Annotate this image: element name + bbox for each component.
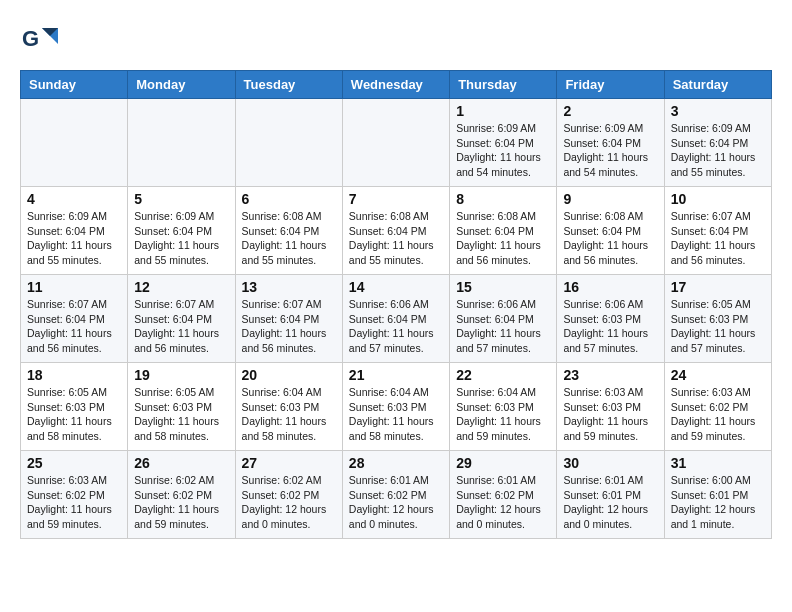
calendar-cell: 27Sunrise: 6:02 AMSunset: 6:02 PMDayligh… — [235, 451, 342, 539]
calendar-cell: 11Sunrise: 6:07 AMSunset: 6:04 PMDayligh… — [21, 275, 128, 363]
day-number: 25 — [27, 455, 121, 471]
logo: G — [20, 20, 64, 60]
day-number: 8 — [456, 191, 550, 207]
day-number: 1 — [456, 103, 550, 119]
cell-info: Sunrise: 6:06 AMSunset: 6:04 PMDaylight:… — [349, 297, 443, 356]
day-number: 18 — [27, 367, 121, 383]
cell-info: Sunrise: 6:06 AMSunset: 6:04 PMDaylight:… — [456, 297, 550, 356]
day-number: 15 — [456, 279, 550, 295]
cell-info: Sunrise: 6:08 AMSunset: 6:04 PMDaylight:… — [242, 209, 336, 268]
cell-info: Sunrise: 6:07 AMSunset: 6:04 PMDaylight:… — [242, 297, 336, 356]
weekday-header: Tuesday — [235, 71, 342, 99]
calendar-cell: 20Sunrise: 6:04 AMSunset: 6:03 PMDayligh… — [235, 363, 342, 451]
calendar-cell: 6Sunrise: 6:08 AMSunset: 6:04 PMDaylight… — [235, 187, 342, 275]
day-number: 11 — [27, 279, 121, 295]
calendar-cell: 29Sunrise: 6:01 AMSunset: 6:02 PMDayligh… — [450, 451, 557, 539]
weekday-header: Wednesday — [342, 71, 449, 99]
calendar-cell: 3Sunrise: 6:09 AMSunset: 6:04 PMDaylight… — [664, 99, 771, 187]
day-number: 29 — [456, 455, 550, 471]
calendar-cell: 18Sunrise: 6:05 AMSunset: 6:03 PMDayligh… — [21, 363, 128, 451]
weekday-header: Monday — [128, 71, 235, 99]
calendar-cell: 5Sunrise: 6:09 AMSunset: 6:04 PMDaylight… — [128, 187, 235, 275]
calendar-cell — [342, 99, 449, 187]
cell-info: Sunrise: 6:02 AMSunset: 6:02 PMDaylight:… — [134, 473, 228, 532]
calendar-cell: 1Sunrise: 6:09 AMSunset: 6:04 PMDaylight… — [450, 99, 557, 187]
calendar-week-row: 4Sunrise: 6:09 AMSunset: 6:04 PMDaylight… — [21, 187, 772, 275]
weekday-header: Sunday — [21, 71, 128, 99]
calendar-cell: 12Sunrise: 6:07 AMSunset: 6:04 PMDayligh… — [128, 275, 235, 363]
day-number: 12 — [134, 279, 228, 295]
cell-info: Sunrise: 6:08 AMSunset: 6:04 PMDaylight:… — [563, 209, 657, 268]
day-number: 17 — [671, 279, 765, 295]
cell-info: Sunrise: 6:09 AMSunset: 6:04 PMDaylight:… — [27, 209, 121, 268]
calendar-cell: 30Sunrise: 6:01 AMSunset: 6:01 PMDayligh… — [557, 451, 664, 539]
cell-info: Sunrise: 6:09 AMSunset: 6:04 PMDaylight:… — [456, 121, 550, 180]
day-number: 27 — [242, 455, 336, 471]
calendar-cell: 28Sunrise: 6:01 AMSunset: 6:02 PMDayligh… — [342, 451, 449, 539]
cell-info: Sunrise: 6:00 AMSunset: 6:01 PMDaylight:… — [671, 473, 765, 532]
day-number: 9 — [563, 191, 657, 207]
calendar-cell: 16Sunrise: 6:06 AMSunset: 6:03 PMDayligh… — [557, 275, 664, 363]
cell-info: Sunrise: 6:06 AMSunset: 6:03 PMDaylight:… — [563, 297, 657, 356]
day-number: 16 — [563, 279, 657, 295]
day-number: 13 — [242, 279, 336, 295]
calendar-cell — [21, 99, 128, 187]
cell-info: Sunrise: 6:07 AMSunset: 6:04 PMDaylight:… — [134, 297, 228, 356]
calendar-cell: 9Sunrise: 6:08 AMSunset: 6:04 PMDaylight… — [557, 187, 664, 275]
calendar-cell — [235, 99, 342, 187]
calendar-week-row: 18Sunrise: 6:05 AMSunset: 6:03 PMDayligh… — [21, 363, 772, 451]
calendar-cell: 21Sunrise: 6:04 AMSunset: 6:03 PMDayligh… — [342, 363, 449, 451]
weekday-header: Saturday — [664, 71, 771, 99]
day-number: 4 — [27, 191, 121, 207]
cell-info: Sunrise: 6:03 AMSunset: 6:02 PMDaylight:… — [671, 385, 765, 444]
cell-info: Sunrise: 6:05 AMSunset: 6:03 PMDaylight:… — [134, 385, 228, 444]
logo-icon: G — [20, 20, 60, 60]
cell-info: Sunrise: 6:05 AMSunset: 6:03 PMDaylight:… — [671, 297, 765, 356]
day-number: 19 — [134, 367, 228, 383]
calendar-cell: 31Sunrise: 6:00 AMSunset: 6:01 PMDayligh… — [664, 451, 771, 539]
day-number: 21 — [349, 367, 443, 383]
weekday-header: Thursday — [450, 71, 557, 99]
calendar-cell: 10Sunrise: 6:07 AMSunset: 6:04 PMDayligh… — [664, 187, 771, 275]
day-number: 24 — [671, 367, 765, 383]
cell-info: Sunrise: 6:08 AMSunset: 6:04 PMDaylight:… — [456, 209, 550, 268]
calendar-cell: 14Sunrise: 6:06 AMSunset: 6:04 PMDayligh… — [342, 275, 449, 363]
cell-info: Sunrise: 6:09 AMSunset: 6:04 PMDaylight:… — [563, 121, 657, 180]
cell-info: Sunrise: 6:04 AMSunset: 6:03 PMDaylight:… — [242, 385, 336, 444]
cell-info: Sunrise: 6:03 AMSunset: 6:02 PMDaylight:… — [27, 473, 121, 532]
cell-info: Sunrise: 6:02 AMSunset: 6:02 PMDaylight:… — [242, 473, 336, 532]
calendar-cell: 17Sunrise: 6:05 AMSunset: 6:03 PMDayligh… — [664, 275, 771, 363]
calendar-cell: 26Sunrise: 6:02 AMSunset: 6:02 PMDayligh… — [128, 451, 235, 539]
weekday-header: Friday — [557, 71, 664, 99]
calendar-week-row: 11Sunrise: 6:07 AMSunset: 6:04 PMDayligh… — [21, 275, 772, 363]
day-number: 23 — [563, 367, 657, 383]
day-number: 3 — [671, 103, 765, 119]
day-number: 28 — [349, 455, 443, 471]
cell-info: Sunrise: 6:07 AMSunset: 6:04 PMDaylight:… — [27, 297, 121, 356]
svg-text:G: G — [22, 26, 39, 51]
day-number: 5 — [134, 191, 228, 207]
calendar-cell: 24Sunrise: 6:03 AMSunset: 6:02 PMDayligh… — [664, 363, 771, 451]
day-number: 31 — [671, 455, 765, 471]
calendar-cell: 19Sunrise: 6:05 AMSunset: 6:03 PMDayligh… — [128, 363, 235, 451]
calendar-week-row: 25Sunrise: 6:03 AMSunset: 6:02 PMDayligh… — [21, 451, 772, 539]
day-number: 6 — [242, 191, 336, 207]
calendar-cell: 23Sunrise: 6:03 AMSunset: 6:03 PMDayligh… — [557, 363, 664, 451]
cell-info: Sunrise: 6:09 AMSunset: 6:04 PMDaylight:… — [671, 121, 765, 180]
calendar-body: 1Sunrise: 6:09 AMSunset: 6:04 PMDaylight… — [21, 99, 772, 539]
calendar-cell: 22Sunrise: 6:04 AMSunset: 6:03 PMDayligh… — [450, 363, 557, 451]
calendar-cell — [128, 99, 235, 187]
day-number: 22 — [456, 367, 550, 383]
day-number: 20 — [242, 367, 336, 383]
cell-info: Sunrise: 6:04 AMSunset: 6:03 PMDaylight:… — [456, 385, 550, 444]
cell-info: Sunrise: 6:01 AMSunset: 6:02 PMDaylight:… — [349, 473, 443, 532]
cell-info: Sunrise: 6:07 AMSunset: 6:04 PMDaylight:… — [671, 209, 765, 268]
day-number: 30 — [563, 455, 657, 471]
calendar-cell: 7Sunrise: 6:08 AMSunset: 6:04 PMDaylight… — [342, 187, 449, 275]
cell-info: Sunrise: 6:01 AMSunset: 6:01 PMDaylight:… — [563, 473, 657, 532]
day-number: 2 — [563, 103, 657, 119]
cell-info: Sunrise: 6:05 AMSunset: 6:03 PMDaylight:… — [27, 385, 121, 444]
day-number: 14 — [349, 279, 443, 295]
day-number: 26 — [134, 455, 228, 471]
calendar-cell: 25Sunrise: 6:03 AMSunset: 6:02 PMDayligh… — [21, 451, 128, 539]
